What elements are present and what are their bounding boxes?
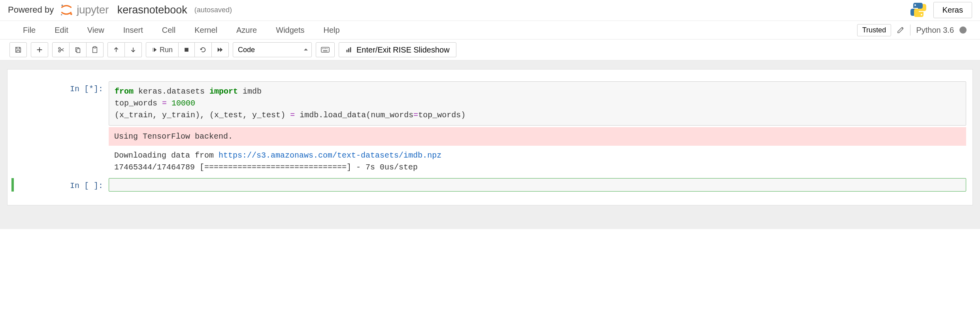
cell-body — [109, 178, 966, 192]
svg-point-3 — [914, 4, 916, 6]
jupyter-orbit-icon — [59, 3, 74, 17]
menubar: FileEditViewInsertCellKernelAzureWidgets… — [0, 21, 980, 39]
code-cell[interactable]: In [*]: from keras.datasets import imdb … — [14, 81, 966, 174]
save-button[interactable] — [9, 42, 27, 57]
notebook-container: In [*]: from keras.datasets import imdb … — [7, 69, 973, 205]
jupyter-logo[interactable]: jupyter — [59, 3, 109, 17]
header-right: Keras — [910, 1, 972, 19]
menu-edit[interactable]: Edit — [45, 22, 77, 39]
divider — [910, 24, 910, 36]
cell-body: from keras.datasets import imdb top_word… — [109, 81, 966, 174]
run-label: Run — [160, 46, 173, 54]
menu-widgets[interactable]: Widgets — [266, 22, 314, 39]
rise-slideshow-button[interactable]: Enter/Exit RISE Slideshow — [339, 42, 456, 57]
svg-rect-12 — [321, 47, 329, 53]
cut-button[interactable] — [52, 42, 70, 57]
svg-rect-16 — [327, 48, 328, 49]
stdout-text: Downloading data from — [114, 151, 219, 160]
menu-kernel[interactable]: Kernel — [185, 22, 227, 39]
python-icon — [910, 1, 927, 19]
menu-view[interactable]: View — [78, 22, 114, 39]
pencil-icon[interactable] — [897, 26, 905, 34]
insert-cell-button[interactable] — [31, 42, 48, 57]
command-palette-button[interactable] — [316, 42, 335, 57]
menu-file[interactable]: File — [13, 22, 45, 39]
bar-chart-icon — [345, 46, 352, 53]
autosave-status: (autosaved) — [194, 6, 232, 14]
svg-rect-11 — [185, 48, 188, 52]
plus-icon — [36, 46, 43, 53]
stderr-output: Using TensorFlow backend. — [109, 127, 966, 146]
code-input[interactable]: from keras.datasets import imdb top_word… — [109, 81, 966, 126]
menubar-right: Trusted Python 3.6 — [857, 24, 967, 36]
powered-by-label: Powered by — [8, 5, 54, 15]
rise-label: Enter/Exit RISE Slideshow — [356, 45, 450, 55]
interrupt-button[interactable] — [179, 42, 195, 57]
stdout-link[interactable]: https://s3.amazonaws.com/text-datasets/i… — [219, 151, 441, 160]
input-prompt: In [ ]: — [14, 178, 109, 190]
paste-button[interactable] — [87, 42, 104, 57]
stop-icon — [183, 47, 190, 53]
celltype-select[interactable]: Code — [233, 42, 312, 57]
jupyter-wordmark: jupyter — [77, 4, 109, 16]
keras-button[interactable]: Keras — [933, 2, 972, 18]
copy-icon — [74, 46, 81, 53]
svg-rect-19 — [348, 48, 349, 52]
menu-insert[interactable]: Insert — [114, 22, 153, 39]
header: Powered by jupyter kerasnotebook (autosa… — [0, 0, 980, 21]
svg-point-2 — [61, 14, 62, 15]
svg-rect-13 — [322, 48, 323, 49]
code-input[interactable] — [109, 178, 966, 192]
menu-cell[interactable]: Cell — [153, 22, 185, 39]
stdout-output: Downloading data from https://s3.amazona… — [109, 146, 966, 174]
page-body: In [*]: from keras.datasets import imdb … — [0, 60, 980, 229]
fast-forward-icon — [217, 46, 224, 53]
code-cell-selected[interactable]: In [ ]: — [11, 178, 966, 192]
kernel-busy-indicator-icon — [959, 26, 967, 34]
svg-rect-10 — [94, 47, 96, 48]
stdout-text: 17465344/17464789 [=====================… — [114, 163, 418, 172]
restart-run-all-button[interactable] — [212, 42, 229, 57]
svg-rect-14 — [324, 48, 324, 49]
trusted-button[interactable]: Trusted — [857, 24, 891, 36]
clipboard-icon — [91, 46, 98, 53]
arrow-up-icon — [113, 46, 120, 53]
toolbar: Run Code — [0, 39, 980, 60]
svg-rect-8 — [77, 49, 80, 53]
svg-rect-17 — [323, 51, 328, 51]
scissors-icon — [57, 46, 64, 53]
copy-button[interactable] — [70, 42, 87, 57]
kernel-name[interactable]: Python 3.6 — [916, 26, 954, 35]
run-button[interactable]: Run — [146, 42, 179, 57]
arrow-down-icon — [130, 46, 137, 53]
svg-point-1 — [70, 13, 72, 15]
menu-help[interactable]: Help — [314, 22, 349, 39]
svg-point-0 — [62, 5, 63, 6]
input-prompt: In [*]: — [14, 81, 109, 94]
svg-point-6 — [58, 47, 60, 49]
menu-azure[interactable]: Azure — [227, 22, 266, 39]
restart-button[interactable] — [195, 42, 212, 57]
restart-icon — [200, 46, 207, 53]
run-icon — [152, 47, 157, 53]
svg-point-4 — [921, 14, 922, 15]
svg-rect-20 — [350, 47, 351, 53]
svg-rect-18 — [347, 50, 348, 52]
notebook-title[interactable]: kerasnotebook — [117, 4, 187, 16]
keyboard-icon — [321, 47, 330, 53]
floppy-disk-icon — [15, 46, 22, 53]
svg-point-5 — [58, 50, 60, 52]
move-down-button[interactable] — [125, 42, 142, 57]
move-up-button[interactable] — [107, 42, 125, 57]
svg-rect-15 — [325, 48, 326, 49]
